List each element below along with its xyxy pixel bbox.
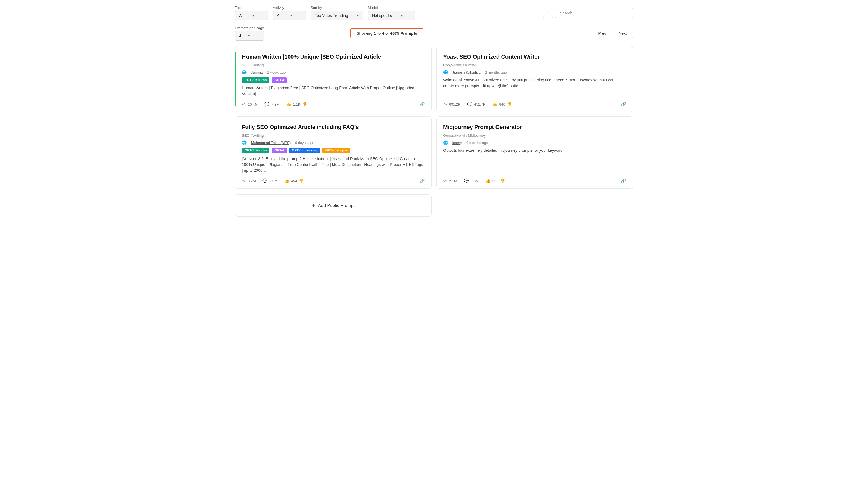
prompt-meta-3: 🌐 · Muhammad Talha (MTS) · 6 days ago	[242, 140, 425, 145]
views-stat-3: 👁 3.2M	[242, 179, 256, 184]
likes-count-1: 1.1K	[293, 102, 301, 106]
topic-select[interactable]: All ▾	[235, 11, 268, 20]
time-ago-1: 1 week ago	[267, 70, 286, 74]
activity-select[interactable]: All ▾	[273, 11, 306, 20]
tag-gpt4b-3: GPT-4 browsing	[289, 148, 320, 153]
globe-icon-3: 🌐	[242, 140, 247, 145]
model-select[interactable]: Not specific ▾	[368, 11, 415, 20]
comments-stat-4: 💬 1.3M	[464, 178, 479, 184]
showing-badge: Showing 1 to 4 of 4675 Prompts	[350, 28, 424, 38]
comments-count-1: 7.9M	[271, 102, 279, 106]
prompt-title-4: Midjourney Prompt Generator	[443, 123, 626, 131]
likes-count-3: 454	[291, 179, 297, 183]
link-icon-3[interactable]: 🔗	[420, 178, 425, 184]
prompt-stats-3: 👁 3.2M 💬 2.5M 👍 454 👎 🔗	[242, 176, 425, 184]
views-stat-2: 👁 695.2K	[443, 102, 460, 107]
tags-row-3: GPT-3.5-turbo GPT-4 GPT-4 browsing GPT-4…	[242, 148, 425, 153]
thumbsup-icon-1[interactable]: 👍	[286, 102, 291, 107]
per-page-value: 4	[239, 34, 241, 38]
prompt-stats-1: 👁 10.4M 💬 7.9M 👍 1.1K 👎 🔗	[242, 99, 425, 107]
tag-gpt35-1: GPT-3.5-turbo	[242, 77, 270, 83]
controls-row: Prompts per Page 4 ▾ Showing 1 to 4 of 4…	[235, 26, 633, 40]
tag-description-1: Human Written | Plagiarism Free | SEO Op…	[242, 85, 425, 97]
next-button[interactable]: Next	[612, 29, 633, 38]
model-select-value: Not specific	[372, 13, 392, 18]
prompt-card-1: Human Written |100% Unique |SEO Optimize…	[235, 46, 432, 112]
comments-stat-2: 💬 451.7K	[467, 102, 486, 107]
add-prompt-label: Add Public Prompt	[318, 203, 355, 208]
prompt-title-2: Yoast SEO Optimized Content Writer	[443, 53, 626, 60]
thumbsup-icon-4[interactable]: 👍	[486, 178, 491, 184]
topic-filter-label: Topic	[235, 6, 268, 10]
thumbsdown-icon-3[interactable]: 👎	[299, 179, 304, 183]
thumbsup-icon-2[interactable]: 👍	[492, 102, 497, 107]
meta-dot-1: ·	[248, 70, 249, 74]
tag-gpt4-3: GPT-4	[272, 148, 287, 153]
author-link-1[interactable]: Jumma	[251, 70, 263, 74]
meta-dot-7: ·	[450, 141, 451, 145]
tag-gpt4-1: GPT-4	[272, 77, 287, 83]
card-left-bar	[235, 52, 236, 106]
prompt-category-2: Copywriting / Writing	[443, 63, 626, 67]
prompt-meta-1: 🌐 · Jumma · 1 week ago	[242, 70, 425, 74]
per-page-select[interactable]: 4 ▾	[235, 31, 264, 40]
author-link-4[interactable]: kenny	[452, 141, 462, 145]
author-link-2[interactable]: Jignesh Kakadiya	[452, 70, 481, 74]
per-page-chevron-icon: ▾	[248, 34, 250, 38]
likes-stat-1: 👍 1.1K 👎	[286, 102, 307, 107]
meta-dot-5: ·	[248, 141, 249, 145]
meta-dot-2: ·	[265, 70, 266, 74]
views-icon-2: 👁	[443, 102, 447, 107]
activity-chevron-icon: ▾	[290, 13, 292, 18]
topic-chevron-icon: ▾	[252, 13, 254, 18]
globe-icon-4: 🌐	[443, 140, 448, 145]
thumbsdown-icon-2[interactable]: 👎	[507, 102, 512, 106]
views-icon-4: 👁	[443, 179, 447, 184]
meta-dot-6: ·	[292, 141, 293, 145]
topic-select-value: All	[239, 13, 244, 18]
prompt-title-3: Fully SEO Optimized Article including FA…	[242, 123, 425, 131]
add-button[interactable]: +	[543, 8, 553, 18]
sortby-select-value: Top Votes Trending	[315, 13, 348, 18]
link-icon-2[interactable]: 🔗	[621, 102, 626, 107]
prompt-card-2: Yoast SEO Optimized Content Writer Copyw…	[436, 46, 633, 112]
comments-count-2: 451.7K	[474, 102, 486, 106]
comments-stat-3: 💬 2.5M	[262, 178, 277, 184]
search-input[interactable]	[555, 8, 633, 18]
views-count-1: 10.4M	[248, 102, 258, 106]
views-icon-1: 👁	[242, 102, 246, 107]
filter-row: Topic All ▾ Activity All ▾ Sort by Top V…	[235, 6, 633, 20]
sortby-chevron-icon: ▾	[357, 13, 359, 18]
tag-gpt4p-3: GPT-4 plugins	[322, 148, 350, 153]
likes-count-4: 396	[492, 179, 498, 183]
link-icon-4[interactable]: 🔗	[621, 178, 626, 184]
activity-select-value: All	[277, 13, 281, 18]
author-link-3[interactable]: Muhammad Talha (MTS)	[251, 141, 291, 145]
comments-count-3: 2.5M	[270, 179, 277, 183]
prompt-card-3: Fully SEO Optimized Article including FA…	[235, 117, 432, 189]
views-icon-3: 👁	[242, 179, 246, 184]
sortby-filter-group: Sort by Top Votes Trending ▾	[311, 6, 363, 20]
likes-stat-4: 👍 396 👎	[486, 178, 505, 184]
pagination-buttons: Prev Next	[592, 29, 633, 38]
time-ago-2: 2 months ago	[485, 70, 507, 74]
meta-dot-8: ·	[463, 141, 465, 145]
sortby-select[interactable]: Top Votes Trending ▾	[311, 11, 363, 20]
prev-button[interactable]: Prev	[592, 29, 612, 38]
thumbsdown-icon-4[interactable]: 👎	[500, 179, 505, 183]
prompt-meta-4: 🌐 · kenny · 9 months ago	[443, 140, 626, 145]
prompt-card-4: Midjourney Prompt Generator Generative A…	[436, 117, 633, 189]
prompt-category-1: SEO / Writing	[242, 63, 425, 67]
prompt-meta-2: 🌐 · Jignesh Kakadiya · 2 months ago	[443, 70, 626, 74]
thumbsup-icon-3[interactable]: 👍	[284, 178, 289, 184]
link-icon-1[interactable]: 🔗	[420, 102, 425, 107]
prompt-category-3: SEO / Writing	[242, 133, 425, 137]
add-prompt-card[interactable]: + Add Public Prompt	[235, 194, 432, 217]
model-filter-group: Model Not specific ▾	[368, 6, 415, 20]
activity-filter-label: Activity	[273, 6, 306, 10]
meta-dot-3: ·	[450, 70, 451, 74]
per-page-label: Prompts per Page	[235, 26, 264, 30]
likes-count-2: 840	[499, 102, 505, 106]
thumbsdown-icon-1[interactable]: 👎	[302, 102, 307, 106]
prompt-description-2: Write detail YoastSEO optimized article …	[443, 77, 626, 89]
